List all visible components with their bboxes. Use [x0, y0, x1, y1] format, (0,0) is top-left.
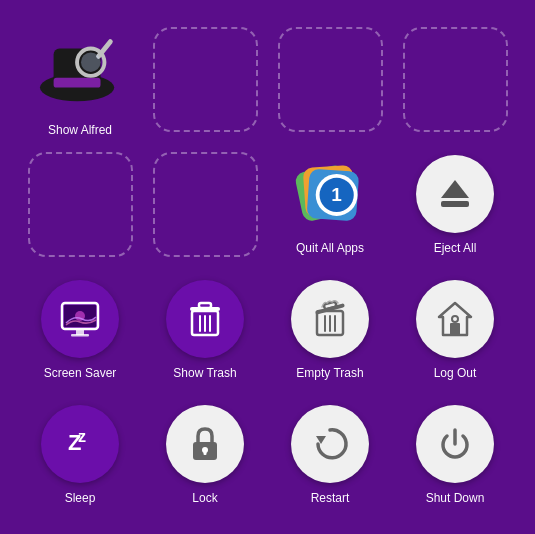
svg-marker-12 — [441, 180, 469, 198]
show-alfred-label: Show Alfred — [48, 123, 112, 137]
sleep-label: Sleep — [65, 491, 96, 505]
empty-trash-cell[interactable]: Empty Trash — [273, 272, 388, 387]
svg-text:z: z — [78, 428, 86, 445]
alfred-icon — [36, 27, 124, 115]
svg-rect-38 — [204, 450, 207, 455]
eject-all-label: Eject All — [434, 241, 477, 255]
show-alfred-cell[interactable]: Show Alfred — [23, 22, 138, 137]
show-trash-cell[interactable]: Show Trash — [148, 272, 263, 387]
svg-rect-32 — [450, 323, 460, 335]
screen-saver-icon — [41, 280, 119, 358]
restart-icon — [291, 405, 369, 483]
eject-all-cell[interactable]: Eject All — [398, 147, 513, 262]
shut-down-cell[interactable]: Shut Down — [398, 397, 513, 512]
dashed-box-4 — [28, 152, 133, 257]
dashed-box-5 — [153, 152, 258, 257]
empty-cell-2[interactable] — [273, 22, 388, 137]
svg-rect-24 — [199, 303, 211, 308]
shut-down-label: Shut Down — [426, 491, 485, 505]
empty-cell-1[interactable] — [148, 22, 263, 137]
svg-point-5 — [81, 52, 101, 72]
lock-label: Lock — [192, 491, 217, 505]
log-out-cell[interactable]: Log Out — [398, 272, 513, 387]
dashed-box-2 — [278, 27, 383, 132]
svg-rect-2 — [54, 78, 101, 88]
svg-point-33 — [452, 316, 458, 322]
screen-saver-cell[interactable]: Screen Saver — [23, 272, 138, 387]
eject-all-icon — [416, 155, 494, 233]
svg-rect-13 — [441, 201, 469, 207]
shut-down-icon — [416, 405, 494, 483]
log-out-icon — [416, 280, 494, 358]
show-trash-label: Show Trash — [173, 366, 236, 380]
quit-all-apps-label: Quit All Apps — [296, 241, 364, 255]
quit-all-apps-icon: 1 — [291, 155, 369, 233]
dashed-box-3 — [403, 27, 508, 132]
empty-cell-5[interactable] — [148, 147, 263, 262]
restart-cell[interactable]: Restart — [273, 397, 388, 512]
restart-label: Restart — [311, 491, 350, 505]
quit-all-apps-cell[interactable]: 1 Quit All Apps — [273, 147, 388, 262]
empty-trash-icon — [291, 280, 369, 358]
lock-icon — [166, 405, 244, 483]
sleep-cell[interactable]: Z z Sleep — [23, 397, 138, 512]
sleep-icon: Z z — [41, 405, 119, 483]
empty-cell-3[interactable] — [398, 22, 513, 137]
lock-cell[interactable]: Lock — [148, 397, 263, 512]
show-trash-icon — [166, 280, 244, 358]
main-grid: Show Alfred 1 — [3, 2, 533, 532]
log-out-label: Log Out — [434, 366, 477, 380]
dashed-box-1 — [153, 27, 258, 132]
empty-cell-4[interactable] — [23, 147, 138, 262]
empty-trash-label: Empty Trash — [296, 366, 363, 380]
svg-text:1: 1 — [331, 183, 342, 204]
screen-saver-label: Screen Saver — [44, 366, 117, 380]
svg-rect-17 — [71, 334, 89, 337]
